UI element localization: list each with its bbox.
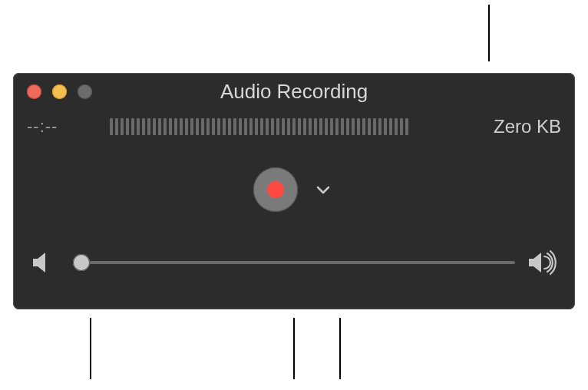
record-button[interactable] xyxy=(253,167,298,212)
meter-tick xyxy=(373,118,376,135)
meter-tick xyxy=(180,118,183,135)
slider-knob[interactable] xyxy=(73,254,90,271)
meter-tick xyxy=(121,118,124,135)
meter-tick xyxy=(405,118,408,135)
meter-tick xyxy=(217,118,220,135)
meter-tick xyxy=(147,118,150,135)
meter-tick xyxy=(212,118,215,135)
meter-tick xyxy=(110,118,113,135)
meter-tick xyxy=(346,118,349,135)
meter-tick xyxy=(276,118,279,135)
zoom-button[interactable] xyxy=(78,84,92,99)
meter-tick xyxy=(164,118,167,135)
meter-tick xyxy=(314,118,317,135)
meter-tick xyxy=(158,118,161,135)
level-meter xyxy=(110,118,463,135)
controls-row xyxy=(13,144,575,236)
meter-tick xyxy=(137,118,140,135)
volume-max-icon xyxy=(527,250,558,276)
meter-tick xyxy=(384,118,387,135)
meter-tick xyxy=(357,118,360,135)
meter-tick xyxy=(260,118,263,135)
meter-tick xyxy=(330,118,333,135)
status-row: --:-- Zero KB xyxy=(13,110,575,144)
meter-tick xyxy=(292,118,296,135)
record-icon xyxy=(267,181,284,198)
traffic-lights xyxy=(13,84,92,99)
callout-line-options xyxy=(339,318,341,379)
slider-track xyxy=(73,261,515,264)
meter-tick xyxy=(282,118,285,135)
meter-tick xyxy=(298,118,301,135)
meter-tick xyxy=(255,118,258,135)
meter-tick xyxy=(185,118,188,135)
minimize-button[interactable] xyxy=(52,84,67,99)
meter-tick xyxy=(174,118,177,135)
meter-tick xyxy=(287,118,290,135)
callout-line-volume xyxy=(90,318,91,379)
meter-tick xyxy=(389,118,392,135)
meter-tick xyxy=(341,118,344,135)
meter-tick xyxy=(244,118,247,135)
meter-tick xyxy=(153,118,156,135)
meter-tick xyxy=(368,118,371,135)
meter-tick xyxy=(266,118,269,135)
meter-tick xyxy=(131,118,134,135)
meter-tick xyxy=(378,118,382,135)
meter-tick xyxy=(395,118,398,135)
close-button[interactable] xyxy=(27,84,41,99)
meter-tick xyxy=(335,118,339,135)
callout-line-filesize xyxy=(488,5,490,61)
meter-tick xyxy=(303,118,306,135)
meter-tick xyxy=(352,118,355,135)
meter-tick xyxy=(115,118,118,135)
meter-tick xyxy=(228,118,231,135)
chevron-down-icon xyxy=(315,182,331,197)
meter-tick xyxy=(126,118,129,135)
meter-tick xyxy=(223,118,226,135)
callout-line-record xyxy=(293,318,295,379)
meter-tick xyxy=(169,118,172,135)
volume-min-icon xyxy=(30,250,61,276)
meter-tick xyxy=(249,118,253,135)
meter-tick xyxy=(271,118,274,135)
meter-tick xyxy=(201,118,204,135)
meter-tick xyxy=(400,118,403,135)
meter-tick xyxy=(196,118,199,135)
meter-tick xyxy=(362,118,365,135)
meter-tick xyxy=(319,118,322,135)
meter-tick xyxy=(142,118,145,135)
meter-tick xyxy=(190,118,193,135)
options-button[interactable] xyxy=(312,178,335,201)
elapsed-time: --:-- xyxy=(27,117,96,137)
window-title: Audio Recording xyxy=(13,80,575,104)
meter-tick xyxy=(233,118,236,135)
meter-tick xyxy=(325,118,328,135)
file-size: Zero KB xyxy=(477,116,561,137)
volume-row xyxy=(13,236,575,289)
audio-recording-window: Audio Recording --:-- Zero KB xyxy=(13,73,575,309)
meter-tick xyxy=(309,118,312,135)
meter-tick xyxy=(239,118,242,135)
volume-slider[interactable] xyxy=(73,253,515,272)
meter-tick xyxy=(206,118,210,135)
titlebar: Audio Recording xyxy=(13,73,575,110)
